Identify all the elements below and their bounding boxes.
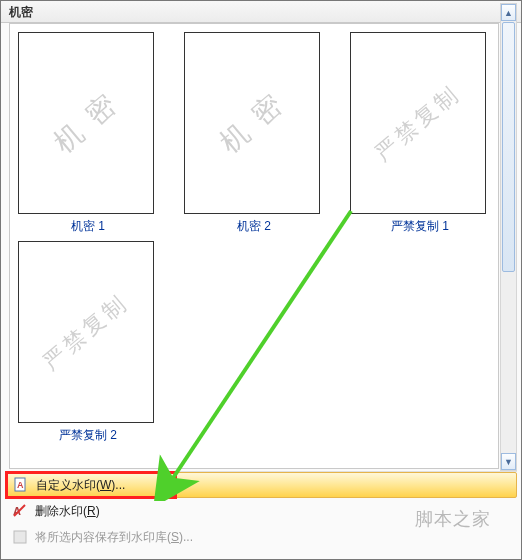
svg-text:A: A (17, 480, 24, 490)
thumb-preview: 机 密 (18, 32, 154, 214)
thumb-preview: 机 密 (184, 32, 320, 214)
menu-label: 删除水印(R) (35, 503, 100, 520)
watermark-option-donotcopy-1[interactable]: 严禁复制 严禁复制 1 (350, 32, 490, 235)
section-title: 机密 (9, 5, 33, 19)
thumb-row: 机 密 机密 1 机 密 机密 2 严禁复制 严禁复制 1 (18, 32, 490, 235)
section-header-confidential: 机密 (1, 1, 521, 23)
gallery-container: 机 密 机密 1 机 密 机密 2 严禁复制 严禁复制 1 (9, 23, 499, 469)
svg-rect-4 (14, 531, 26, 543)
thumb-preview: 严禁复制 (18, 241, 154, 423)
watermark-option-confidential-1[interactable]: 机 密 机密 1 (18, 32, 158, 235)
custom-watermark-menu-item[interactable]: A 自定义水印(W)... (5, 472, 517, 498)
vertical-scrollbar[interactable]: ▲ ▼ (500, 3, 517, 471)
thumb-label: 严禁复制 2 (18, 427, 158, 444)
menu-label: 自定义水印(W)... (36, 477, 125, 494)
save-icon (11, 528, 29, 546)
chevron-up-icon: ▲ (504, 8, 513, 18)
thumb-label: 机密 2 (184, 218, 324, 235)
watermark-text: 严禁复制 (369, 78, 468, 168)
scroll-down-button[interactable]: ▼ (501, 453, 516, 470)
watermark-option-donotcopy-2[interactable]: 严禁复制 严禁复制 2 (18, 241, 158, 444)
thumb-row: 严禁复制 严禁复制 2 (18, 241, 490, 444)
thumb-label: 严禁复制 1 (350, 218, 490, 235)
scroll-up-button[interactable]: ▲ (501, 4, 516, 21)
custom-watermark-icon: A (12, 476, 30, 494)
chevron-down-icon: ▼ (504, 457, 513, 467)
watermark-text: 机 密 (211, 84, 293, 161)
watermark-option-confidential-2[interactable]: 机 密 机密 2 (184, 32, 324, 235)
menu-label: 将所选内容保存到水印库(S)... (35, 529, 193, 546)
scroll-thumb[interactable] (502, 22, 515, 272)
remove-watermark-icon: A (11, 502, 29, 520)
watermark-gallery-dropdown: 机密 机 密 机密 1 机 密 机密 2 严禁复 (0, 0, 522, 560)
watermark-text: 机 密 (45, 84, 127, 161)
thumb-preview: 严禁复制 (350, 32, 486, 214)
watermark-text: 严禁复制 (37, 287, 136, 377)
watermark-credit-text: 脚本之家 (415, 507, 491, 531)
gallery: 机 密 机密 1 机 密 机密 2 严禁复制 严禁复制 1 (9, 23, 499, 469)
thumb-label: 机密 1 (18, 218, 158, 235)
